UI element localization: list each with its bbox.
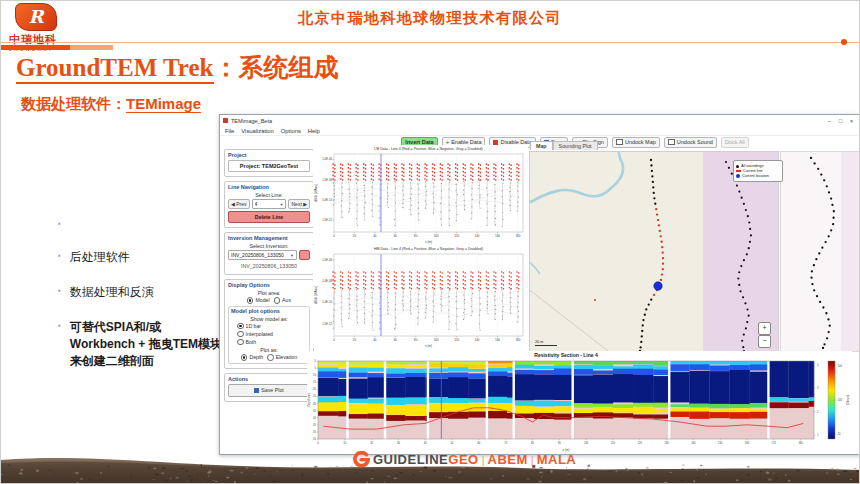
svg-text:1.0E-12: 1.0E-12 <box>322 218 332 222</box>
svg-text:1.0E-08: 1.0E-08 <box>322 178 332 182</box>
bullet-marker: ▪ <box>58 319 61 369</box>
menu-help[interactable]: Help <box>308 128 320 134</box>
undock-map-button[interactable]: Undock Map <box>612 137 660 148</box>
map-tab-bar: Map Sounding Plot <box>530 141 598 150</box>
maximize-button[interactable]: □ <box>835 118 846 124</box>
svg-text:120: 120 <box>454 338 459 342</box>
plot-as-elevation-radio[interactable]: Elevation <box>267 354 297 361</box>
inversion-select[interactable]: INV_20250806_133050▼ <box>228 250 297 260</box>
control-sidebar: Project Project: TEM2GeoTest Line Naviga… <box>224 149 314 406</box>
undock-icon <box>616 139 623 145</box>
soundings-strip <box>780 151 860 352</box>
svg-text:40: 40 <box>373 234 377 238</box>
g-mark-icon <box>353 451 370 468</box>
delete-line-button[interactable]: Delete Line <box>228 211 310 223</box>
project-name: Project: TEM2GeoTest <box>228 160 310 172</box>
svg-text:60: 60 <box>394 234 398 238</box>
svg-text:Resistivity Section - Line 4: Resistivity Section - Line 4 <box>534 352 598 358</box>
svg-text:80: 80 <box>414 338 418 342</box>
accent-bar <box>1 45 113 50</box>
svg-text:60: 60 <box>394 338 398 342</box>
svg-text:1.0E-08: 1.0E-08 <box>322 279 332 283</box>
svg-text:140: 140 <box>691 441 696 445</box>
svg-text:100: 100 <box>584 441 589 445</box>
menu-visualization[interactable]: Visualization <box>241 128 273 134</box>
line-select[interactable]: 4▼ <box>252 199 287 209</box>
inversion-management-box: Inversion Management Select Inversion: I… <box>224 232 314 275</box>
presentation-slide: R 中瑞地科 ZHONGRUI 北京中瑞地科地球物理技术有限公司 GroundT… <box>0 0 860 484</box>
svg-text:HM Data - Line 4 (Red = Positi: HM Data - Line 4 (Red = Positive, Blue =… <box>374 247 483 251</box>
svg-text:500: 500 <box>838 364 843 368</box>
bullet-marker: ▪ <box>58 249 61 266</box>
svg-text:170: 170 <box>772 441 777 445</box>
map-zoom-out-button[interactable]: − <box>758 335 771 348</box>
project-box: Project Project: TEM2GeoTest <box>224 149 314 177</box>
bullet-list: ▪ ▪后处理软件 ▪数据处理和反演 ▪可替代SPIA和/或Workbench +… <box>58 217 226 369</box>
bullet-item: ▪后处理软件 <box>58 249 226 266</box>
svg-text:dB/dt (V/Am²): dB/dt (V/Am²) <box>314 286 318 304</box>
svg-text:LM Data - Line 4 (Red = Positi: LM Data - Line 4 (Red = Positive, Blue =… <box>374 147 483 151</box>
svg-text:180: 180 <box>515 338 520 342</box>
svg-text:1.0E-06: 1.0E-06 <box>322 258 332 262</box>
dock-all-button[interactable]: Dock All <box>721 137 749 148</box>
svg-text:180: 180 <box>798 441 803 445</box>
guideline-geo-logo: GUIDELINEGEO | ABEM | MALA <box>353 451 576 468</box>
undock-sound-button[interactable]: Undock Sound <box>664 137 717 148</box>
tab-sounding-plot[interactable]: Sounding Plot <box>553 141 598 150</box>
svg-text:80: 80 <box>414 234 418 238</box>
svg-text:(Ohm-m): (Ohm-m) <box>846 395 850 406</box>
blue-dot-icon <box>736 174 740 178</box>
svg-text:40: 40 <box>373 338 377 342</box>
plot-area-model-radio[interactable]: Model <box>247 297 270 304</box>
black-dot-icon <box>736 165 739 168</box>
display-options-box: Display Options Plot area: Model Aux Mod… <box>224 279 314 369</box>
show-model-both-radio[interactable]: Both <box>237 339 307 346</box>
svg-text:160: 160 <box>745 441 750 445</box>
prev-line-button[interactable]: ◀ Prev <box>228 199 250 209</box>
svg-text:100: 100 <box>434 338 439 342</box>
plot-as-depth-radio[interactable]: Depth <box>241 354 263 361</box>
svg-text:1.0E-06: 1.0E-06 <box>322 157 332 161</box>
red-square-icon <box>493 140 498 145</box>
menu-file[interactable]: File <box>225 128 234 134</box>
svg-text:dB/dt (V/Am²): dB/dt (V/Am²) <box>314 184 318 202</box>
line-navigation-box: Line Navigation Select Line: ◀ Prev 4▼ N… <box>224 181 314 228</box>
show-model-1dbar-radio[interactable]: 1D bar <box>237 323 307 330</box>
model-plot-options-box: Model plot options Show model as: 1D bar… <box>228 306 310 364</box>
show-model-interpolated-radio[interactable]: Interpolated <box>237 331 307 338</box>
lm-data-chart[interactable]: LM Data - Line 4 (Red = Positive, Blue =… <box>313 145 528 244</box>
bullet-marker: ▪ <box>58 284 61 301</box>
bullet-item: ▪可替代SPIA和/或Workbench + 拖曳TEM模块来创建二维剖面 <box>58 319 226 369</box>
close-button[interactable]: × <box>846 118 857 124</box>
window-title: TEMimage_Beta <box>231 118 824 124</box>
map-zoom-in-button[interactable]: + <box>758 322 771 335</box>
map-panel[interactable]: All soundings Current line Current locat… <box>529 151 779 352</box>
slide-title-latin: GroundTEM Trek <box>16 54 214 84</box>
svg-text:1.0E-10: 1.0E-10 <box>322 300 332 304</box>
app-icon <box>223 118 228 123</box>
bullet-marker: ▪ <box>58 217 61 231</box>
svg-text:20: 20 <box>353 234 357 238</box>
bullet-item: ▪ <box>58 217 226 231</box>
chevron-down-icon: ▼ <box>280 202 284 207</box>
hm-data-chart[interactable]: HM Data - Line 4 (Red = Positive, Blue =… <box>313 245 528 348</box>
minimize-button[interactable]: – <box>824 118 835 124</box>
svg-text:180: 180 <box>515 234 520 238</box>
save-plot-button[interactable]: Save Plot <box>228 384 310 397</box>
map-scale-bar: 20 m <box>535 340 557 346</box>
actions-box: Actions Save Plot <box>224 373 314 402</box>
svg-text:x (m): x (m) <box>425 344 432 348</box>
company-header: 北京中瑞地科地球物理技术有限公司 <box>1 9 859 28</box>
header-divider-dot <box>841 39 847 45</box>
menu-options[interactable]: Options <box>281 128 301 134</box>
svg-text:140: 140 <box>475 234 480 238</box>
tab-map[interactable]: Map <box>530 141 553 150</box>
save-icon <box>254 388 259 393</box>
red-dash-icon <box>736 170 741 172</box>
delete-inversion-button[interactable] <box>299 250 310 260</box>
slide-title: GroundTEM Trek：系统组成 <box>16 51 339 84</box>
svg-text:130: 130 <box>664 441 669 445</box>
resistivity-section-chart: Resistivity Section - Line 4051015202530… <box>307 351 852 452</box>
next-line-button[interactable]: Next ▶ <box>288 199 310 209</box>
plot-area-aux-radio[interactable]: Aux <box>274 297 291 304</box>
